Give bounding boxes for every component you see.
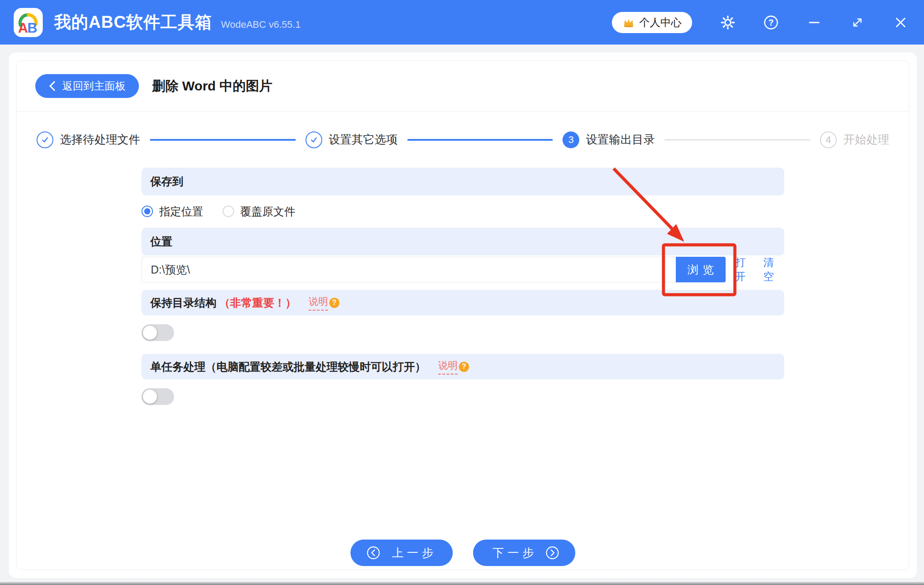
question-badge-icon: ?: [329, 298, 339, 308]
location-section-header: 位置: [142, 228, 784, 255]
save-to-section-header: 保存到: [142, 168, 784, 195]
step-4-label: 开始处理: [843, 132, 889, 147]
keep-structure-title: 保持目录结构: [150, 296, 216, 310]
help-link-label: 说明: [438, 359, 458, 375]
keep-structure-important-note: （非常重要！）: [219, 296, 296, 310]
app-version: WodeABC v6.55.1: [221, 19, 301, 30]
step-4-number: 4: [820, 131, 837, 148]
single-task-help-link[interactable]: 说明 ?: [438, 359, 469, 375]
single-task-section-header: 单任务处理（电脑配置较差或批量处理较慢时可以打开） 说明 ?: [142, 354, 784, 379]
step-1-check-icon: [37, 131, 53, 148]
gear-icon: [720, 15, 735, 30]
close-icon: [894, 16, 907, 29]
step-1-select-files: 选择待处理文件: [37, 131, 140, 148]
toggle-knob: [143, 390, 157, 404]
app-title: 我的ABC软件工具箱: [54, 11, 212, 34]
open-folder-link[interactable]: 打开: [735, 255, 756, 284]
radio-overwrite-original-label: 覆盖原文件: [240, 204, 295, 219]
step-2-check-icon: [306, 131, 322, 148]
crown-icon: [622, 16, 635, 29]
app-header: A B 我的ABC软件工具箱 WodeABC v6.55.1 个人中心: [0, 0, 924, 45]
keep-structure-toggle[interactable]: [142, 324, 174, 341]
output-path-input[interactable]: [142, 257, 676, 282]
step-3-output-dir: 3 设置输出目录: [563, 131, 655, 148]
clear-path-link[interactable]: 清空: [763, 255, 784, 284]
app-logo: A B: [14, 8, 43, 37]
window-bottom-edge: [0, 582, 924, 585]
step-2-label: 设置其它选项: [329, 132, 398, 147]
help-link-label: 说明: [309, 295, 328, 311]
radio-specified-location[interactable]: 指定位置: [142, 204, 203, 219]
close-button[interactable]: [893, 15, 908, 30]
keep-structure-help-link[interactable]: 说明 ?: [309, 295, 339, 311]
circle-chevron-left-icon: [366, 546, 380, 560]
content-card: 返回到主面板 删除 Word 中的图片 选择待处理文件: [16, 60, 909, 570]
window-body: 返回到主面板 删除 Word 中的图片 选择待处理文件: [0, 45, 924, 585]
settings-button[interactable]: [720, 15, 735, 30]
help-icon: ?: [764, 15, 779, 30]
step-3-label: 设置输出目录: [586, 132, 655, 147]
page-title-row: 返回到主面板 删除 Word 中的图片: [17, 61, 909, 111]
step-3-number: 3: [563, 131, 579, 148]
location-input-row: 浏览 打开 清空: [142, 257, 784, 282]
help-button[interactable]: ?: [764, 15, 779, 30]
circle-chevron-right-icon: [545, 546, 559, 560]
svg-text:B: B: [27, 20, 37, 33]
minimize-button[interactable]: [807, 15, 822, 30]
radio-icon: [142, 206, 153, 217]
step-4-start: 4 开始处理: [820, 131, 889, 148]
user-center-button[interactable]: 个人中心: [612, 12, 692, 33]
single-task-toggle[interactable]: [142, 388, 174, 405]
maximize-button[interactable]: [850, 15, 865, 30]
previous-step-button[interactable]: 上一步: [350, 540, 453, 566]
minimize-icon: [808, 16, 821, 29]
maximize-icon: [851, 16, 864, 29]
chevron-left-icon: [48, 80, 56, 92]
single-task-title: 单任务处理（电脑配置较差或批量处理较慢时可以打开）: [150, 360, 426, 374]
step-1-label: 选择待处理文件: [60, 132, 140, 147]
save-to-options: 指定位置 覆盖原文件: [142, 202, 784, 220]
page-title: 删除 Word 中的图片: [152, 77, 272, 95]
back-button-label: 返回到主面板: [62, 79, 126, 93]
step-connector: [664, 139, 810, 141]
save-to-title: 保存到: [150, 174, 183, 189]
wizard-nav-buttons: 上一步 下一步: [142, 540, 784, 566]
previous-step-label: 上一步: [388, 545, 437, 561]
svg-text:?: ?: [768, 18, 774, 27]
back-to-main-button[interactable]: 返回到主面板: [35, 74, 139, 98]
next-step-button[interactable]: 下一步: [473, 540, 575, 566]
step-indicator: 选择待处理文件 设置其它选项 3 设置输出目录 4 开始处理: [17, 112, 909, 168]
settings-sections: 保存到 指定位置 覆盖原文件 位置 浏览: [142, 168, 784, 566]
svg-text:A: A: [18, 20, 28, 33]
toggle-knob: [143, 326, 157, 340]
radio-specified-location-label: 指定位置: [159, 204, 203, 219]
step-connector: [150, 139, 296, 141]
browse-button[interactable]: 浏览: [676, 257, 725, 282]
content-panel: 返回到主面板 删除 Word 中的图片 选择待处理文件: [9, 52, 917, 578]
step-2-options: 设置其它选项: [306, 131, 398, 148]
next-step-label: 下一步: [489, 545, 537, 561]
step-connector: [407, 139, 553, 141]
radio-icon: [223, 206, 234, 217]
radio-overwrite-original[interactable]: 覆盖原文件: [223, 204, 295, 219]
location-title: 位置: [150, 234, 172, 249]
keep-structure-section-header: 保持目录结构 （非常重要！） 说明 ?: [142, 290, 784, 315]
user-center-label: 个人中心: [639, 15, 682, 30]
abc-logo-icon: A B: [17, 11, 39, 34]
question-badge-icon: ?: [459, 362, 469, 372]
